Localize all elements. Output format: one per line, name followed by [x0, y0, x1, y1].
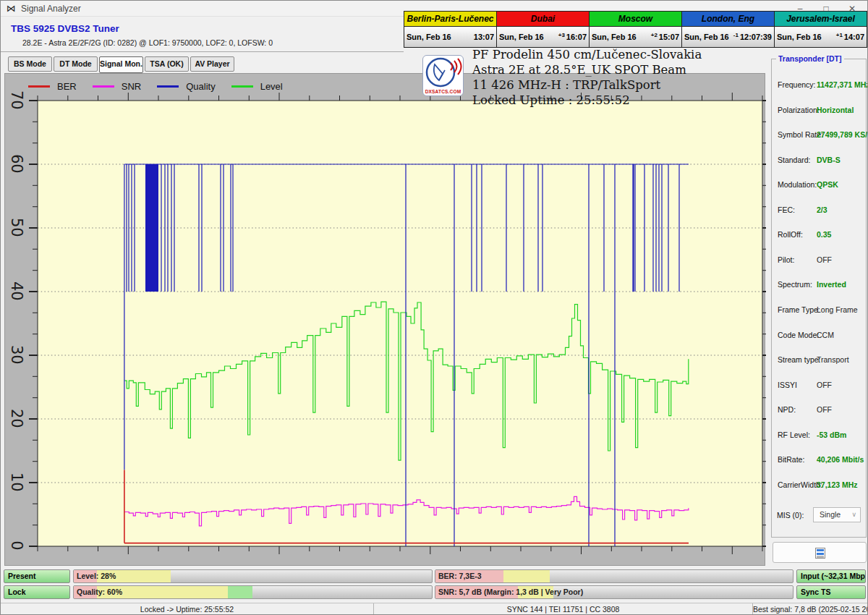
transponder-value: 37,123 MHz	[817, 480, 858, 489]
signal-chart-panel	[4, 73, 765, 566]
clock-datetime: Sun, Feb 16-112:07:39	[682, 27, 774, 47]
transponder-row: FEC:2/3	[772, 203, 867, 217]
clock-date: Sun, Feb 16	[777, 33, 822, 41]
legend-item-level: Level	[231, 81, 283, 92]
clock-date: Sun, Feb 16	[592, 33, 637, 41]
tab-signal-mon-[interactable]: Signal Mon.	[99, 56, 143, 73]
clock-utc-offset: +1	[836, 32, 843, 38]
status-badge-input-32-31-mbps-: Input (~32,31 Mbps)	[796, 569, 866, 583]
transponder-value: OFF	[817, 405, 832, 414]
y-tick-label: 40	[7, 281, 26, 300]
transponder-value: Horizontal	[817, 106, 854, 114]
overlay-line: Astra 2E at 28.5°E_UK SPOT Beam	[472, 62, 702, 77]
transponder-label: Pilot:	[778, 255, 794, 264]
transponder-value: 40,206 Mbit/s	[817, 455, 864, 464]
status-badge-lock: Lock	[4, 585, 70, 599]
transponder-row: ISSYIOFF	[772, 378, 867, 392]
transponder-value: QPSK	[817, 180, 838, 189]
statusbar: Locked -> Uptime: 25:55:52SYNC 144 | TEI…	[1, 603, 868, 615]
transponder-row: Frame Type:Long Frame	[772, 302, 867, 317]
statusbar-cell: Locked -> Uptime: 25:55:52	[1, 603, 374, 615]
bar-label: SNR: 5,7 dB (Margin: 1,3 dB | Very Poor)	[438, 586, 583, 598]
save-icon	[815, 548, 825, 559]
clock-column: London, EngSun, Feb 16-112:07:39	[682, 12, 775, 47]
app-icon: ⋈	[7, 3, 17, 14]
tab-bs-mode[interactable]: BS Mode	[8, 56, 52, 72]
transponder-value: OFF	[817, 381, 832, 389]
clock-time: 12:07:39	[740, 33, 772, 41]
clock-time: 14:07	[844, 33, 864, 41]
clock-time: 16:07	[566, 33, 587, 41]
status-badge-sync-ts: Sync TS	[796, 585, 866, 599]
satellite-dish-icon	[423, 56, 463, 88]
overlay-line: Locked Uptime : 25:55:52	[472, 93, 702, 108]
transponder-label: ISSYI	[778, 381, 797, 389]
clock-datetime: Sun, Feb 16+114:07	[775, 27, 867, 47]
clock-datetime: Sun, Feb 16+215:07	[590, 27, 681, 47]
transponder-row: Polarization:Horizontal	[772, 103, 867, 117]
legend-item-ber: BER	[28, 81, 77, 92]
transponder-groupbox: Frequency:11427,371 MHzPolarization:Hori…	[771, 59, 867, 538]
legend-label: BER	[57, 81, 77, 92]
bar-label: BER: 7,3E-3	[438, 570, 482, 582]
y-tick-label: 60	[7, 154, 26, 173]
signal-chart	[5, 74, 766, 567]
y-tick-label: 10	[7, 472, 26, 491]
y-tick-label: 20	[7, 409, 26, 428]
transponder-label: Spectrum:	[778, 280, 812, 289]
clock-column: DubaiSun, Feb 16+316:07	[497, 12, 590, 47]
transponder-row: RF Level:-53 dBm	[772, 428, 867, 442]
clock-column: Berlin-Paris-LučenecSun, Feb 1613:07	[404, 12, 497, 47]
window-title: Signal Analyzer	[21, 4, 81, 14]
clock-city-header: London, Eng	[682, 12, 774, 27]
transponder-value: Inverted	[817, 280, 846, 289]
transponder-value: 27499,789 KS/s	[817, 130, 868, 139]
save-log-button[interactable]	[773, 542, 867, 563]
chevron-down-icon: ∨	[851, 508, 856, 522]
clock-time: 15:07	[659, 33, 679, 41]
transponder-label: Code Mode:	[778, 331, 819, 339]
transponder-value: OFF	[817, 255, 832, 264]
y-tick-label: 50	[7, 218, 26, 237]
y-tick-label: 0	[7, 536, 26, 555]
transponder-value: CCM	[817, 331, 834, 339]
transponder-row: Spectrum:Inverted	[772, 277, 867, 292]
transponder-row: Modulation:QPSK	[772, 177, 867, 192]
transponder-value: Transport	[817, 355, 849, 364]
overlay-line: 11 426 MHz-H : TRP/TalkSport	[472, 77, 702, 93]
progress-bar: Level: 28%	[73, 569, 433, 583]
transponder-row: NPD:OFF	[772, 402, 867, 417]
y-tick-label: 30	[7, 345, 26, 364]
transponder-row: Code Mode:CCM	[772, 328, 867, 342]
transponder-row: BitRate:40,206 Mbit/s	[772, 452, 867, 467]
clock-utc-offset: +3	[558, 32, 565, 38]
transponder-label: Frame Type:	[778, 305, 820, 314]
tab-tsa-ok-[interactable]: TSA (OK)	[145, 56, 189, 72]
transponder-label: Polarization:	[778, 106, 820, 114]
logo-text: DXSATCS.COM	[423, 89, 463, 94]
transponder-row: RollOff:0.35	[772, 227, 867, 242]
bar-segment-yellow	[503, 570, 550, 582]
mode-tabs: BS ModeDT ModeSignal Mon.TSA (OK)AV Play…	[8, 56, 234, 72]
mis-dropdown[interactable]: Single ∨	[813, 507, 861, 522]
bar-label: Quality: 60%	[77, 586, 122, 598]
tuner-name: TBS 5925 DVBS2 Tuner	[11, 23, 119, 34]
transponder-value: 2/3	[817, 205, 827, 214]
transponder-label: Modulation:	[778, 180, 817, 189]
transponder-label: NPD:	[778, 405, 796, 414]
tab-dt-mode[interactable]: DT Mode	[54, 56, 98, 72]
transponder-row: CarrierWidth:37,123 MHz	[772, 478, 867, 492]
transponder-title: Transponder [DT]	[776, 54, 844, 63]
clock-date: Sun, Feb 16	[499, 33, 544, 41]
clock-column: MoscowSun, Feb 16+215:07	[590, 12, 682, 47]
legend-swatch	[231, 85, 253, 88]
clock-city-header: Berlin-Paris-Lučenec	[404, 12, 496, 27]
transponder-row: Symbol Rate:27499,789 KS/s	[772, 127, 867, 142]
clock-city-header: Jerusalem-Israel	[775, 12, 867, 27]
tab-av-player[interactable]: AV Player	[190, 56, 234, 72]
transponder-value: 0.35	[817, 230, 831, 239]
transponder-row: Frequency:11427,371 MHz	[772, 77, 867, 92]
transponder-value: 11427,371 MHz	[817, 80, 868, 89]
legend-item-quality: Quality	[157, 81, 215, 92]
transponder-label: FEC:	[778, 205, 795, 214]
